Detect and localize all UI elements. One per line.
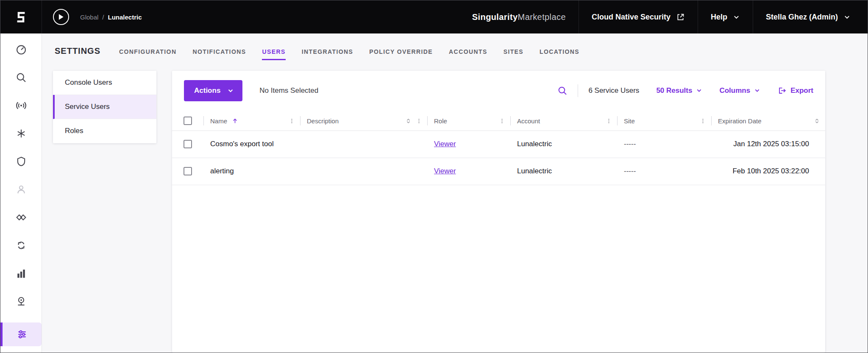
table-row[interactable]: Cosmo's export tool Viewer Lunalectric -… (172, 131, 825, 158)
sidebar-item-incidents[interactable] (14, 127, 28, 140)
actions-label: Actions (194, 86, 220, 95)
export-button[interactable]: Export (777, 86, 813, 95)
header-name[interactable]: Name (203, 111, 300, 131)
search-icon[interactable] (557, 86, 568, 96)
selection-status: No Items Selected (259, 86, 318, 95)
export-label: Export (790, 86, 813, 95)
subnav-label: Service Users (65, 103, 110, 111)
header-expiration-date[interactable]: Expiration Date (711, 111, 825, 131)
export-icon (777, 86, 787, 95)
header-account[interactable]: Account (510, 111, 617, 131)
table-toolbar: Actions No Items Selected 6 Service User… (184, 80, 813, 101)
role-link[interactable]: Viewer (434, 167, 456, 175)
chevron-down-icon (696, 87, 702, 94)
kebab-menu-icon[interactable] (499, 118, 505, 124)
sidebar-item-reports[interactable] (14, 267, 28, 280)
kebab-menu-icon[interactable] (606, 118, 612, 124)
chevron-down-icon (843, 14, 851, 21)
product-brand: SingularityMarketplace (472, 12, 566, 22)
row-checkbox[interactable] (184, 167, 192, 175)
header-label: Account (517, 117, 540, 125)
row-checkbox[interactable] (184, 140, 192, 148)
sidebar-item-marketplace[interactable] (14, 295, 28, 308)
sort-both-icon[interactable] (814, 118, 820, 124)
site-cell: ----- (617, 167, 711, 175)
shield-icon (15, 156, 27, 167)
asterisk-icon (15, 128, 27, 139)
tab-notifications[interactable]: NOTIFICATIONS (192, 48, 246, 60)
tab-sites[interactable]: SITES (504, 48, 523, 60)
role-link[interactable]: Viewer (434, 140, 456, 148)
kebab-menu-icon[interactable] (416, 118, 422, 124)
tab-policy-override[interactable]: POLICY OVERRIDE (369, 48, 433, 60)
bar-chart-icon (15, 267, 27, 279)
role-cell: Viewer (427, 140, 510, 148)
breadcrumb-global[interactable]: Global (80, 14, 98, 21)
sidebar-item-settings[interactable] (0, 322, 42, 346)
select-all-checkbox[interactable] (184, 117, 192, 125)
external-link-icon (676, 13, 685, 22)
header-description[interactable]: Description (300, 111, 427, 131)
header-label: Expiration Date (718, 117, 762, 125)
sidebar-item-dashboard[interactable] (14, 43, 28, 56)
sidebar-item-policy[interactable] (14, 155, 28, 168)
app-root: Global / Lunalectric SingularityMarketpl… (0, 0, 868, 353)
row-select-cell (172, 140, 203, 148)
sidebar-item-ranger[interactable] (14, 211, 28, 224)
sentinelone-logo[interactable] (0, 0, 42, 33)
cloud-native-security-link[interactable]: Cloud Native Security (579, 0, 698, 33)
breadcrumb-separator: / (102, 14, 104, 21)
brand-primary: Singularity (472, 12, 518, 22)
subnav-item-roles[interactable]: Roles (53, 119, 156, 143)
service-users-panel: Actions No Items Selected 6 Service User… (172, 71, 825, 353)
header-site[interactable]: Site (617, 111, 711, 131)
tab-users[interactable]: USERS (262, 48, 285, 60)
toolbar-right: 6 Service Users 50 Results Columns (557, 84, 813, 97)
scope-expand-button[interactable] (53, 9, 69, 25)
sort-ascending-icon[interactable] (231, 117, 239, 125)
gauge-icon (15, 44, 27, 56)
sidebar-item-users[interactable] (14, 183, 28, 196)
settings-subnav: Console Users Service Users Roles (53, 71, 156, 143)
account-cell: Lunalectric (510, 167, 617, 175)
sidebar-item-search[interactable] (14, 71, 28, 84)
chevron-down-icon (733, 14, 740, 21)
chevron-down-icon (754, 87, 760, 94)
user-menu[interactable]: Stella Ghez (Admin) (753, 0, 868, 33)
header-label: Role (434, 117, 447, 125)
tab-integrations[interactable]: INTEGRATIONS (302, 48, 353, 60)
subnav-item-console-users[interactable]: Console Users (53, 71, 156, 95)
row-select-cell (172, 167, 203, 175)
sensor-icon (15, 295, 27, 307)
header-select-all[interactable] (172, 111, 203, 131)
tab-accounts[interactable]: ACCOUNTS (449, 48, 487, 60)
settings-page: SETTINGS CONFIGURATION NOTIFICATIONS USE… (42, 33, 868, 353)
play-icon (58, 14, 64, 20)
sync-icon (15, 239, 27, 251)
header-label: Description (307, 117, 339, 125)
results-per-page-selector[interactable]: 50 Results (656, 86, 702, 95)
help-menu[interactable]: Help (698, 0, 753, 33)
sort-both-icon[interactable] (405, 118, 412, 124)
table-header: Name Description Role (172, 111, 825, 131)
sentinelone-logo-icon (15, 11, 27, 23)
breadcrumb-lunalectric[interactable]: Lunalectric (108, 14, 142, 21)
sidebar-item-updates[interactable] (14, 239, 28, 252)
expiration-cell: Jan 12th 2025 03:15:00 (711, 140, 825, 148)
subnav-label: Roles (65, 127, 83, 135)
sidebar-item-network[interactable] (14, 99, 28, 112)
site-cell: ----- (617, 140, 711, 148)
kebab-menu-icon[interactable] (700, 118, 706, 124)
tab-locations[interactable]: LOCATIONS (540, 48, 579, 60)
columns-label: Columns (719, 86, 750, 95)
table-row[interactable]: alerting Viewer Lunalectric ----- Feb 10… (172, 158, 825, 185)
columns-selector[interactable]: Columns (719, 86, 760, 95)
subnav-label: Console Users (65, 78, 112, 87)
subnav-item-service-users[interactable]: Service Users (53, 95, 156, 119)
header-role[interactable]: Role (427, 111, 510, 131)
search-icon (15, 72, 27, 83)
kebab-menu-icon[interactable] (289, 118, 295, 124)
tab-configuration[interactable]: CONFIGURATION (119, 48, 176, 60)
service-users-count: 6 Service Users (588, 86, 639, 95)
actions-button[interactable]: Actions (184, 80, 242, 101)
